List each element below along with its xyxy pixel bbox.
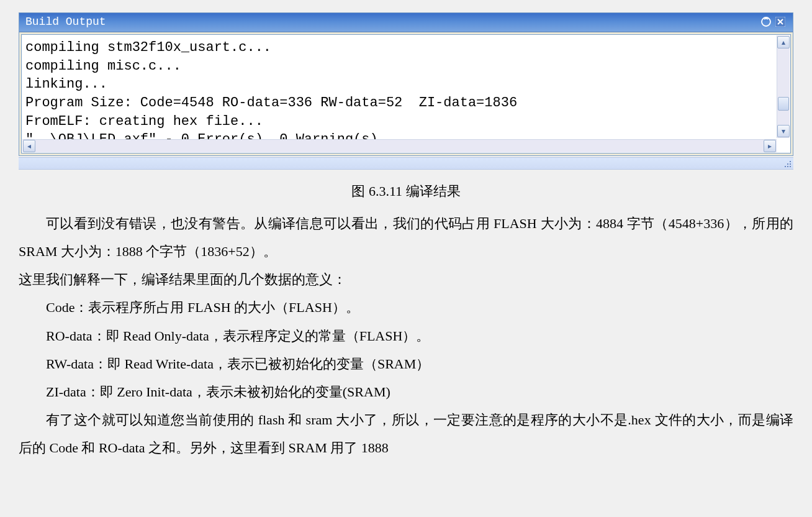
info-icon[interactable]	[760, 16, 772, 27]
status-strip	[19, 157, 793, 170]
figure-caption: 图 6.3.11 编译结果	[19, 182, 793, 201]
build-output-text: compiling stm32f10x_usart.c... compiling…	[25, 39, 787, 149]
build-output-body: compiling stm32f10x_usart.c... compiling…	[21, 34, 791, 153]
horizontal-scrollbar[interactable]: ◂ ▸	[22, 139, 777, 152]
resize-grip-icon[interactable]	[782, 160, 792, 168]
document-text: 可以看到没有错误，也没有警告。从编译信息可以看出，我们的代码占用 FLASH 大…	[19, 209, 793, 462]
definition-rw-data: RW-data：即 Read Write-data，表示已被初始化的变量（SRA…	[19, 350, 793, 378]
scroll-thumb[interactable]	[778, 97, 789, 111]
chevron-down-icon[interactable]: ▾	[777, 125, 790, 137]
paragraph-2: 这里我们解释一下，编译结果里面的几个数据的意义：	[19, 265, 793, 293]
vertical-scrollbar[interactable]: ▴ ▾	[777, 35, 790, 138]
chevron-left-icon[interactable]: ◂	[23, 140, 35, 152]
chevron-right-icon[interactable]: ▸	[764, 140, 776, 152]
paragraph-3: 有了这个就可以知道您当前使用的 flash 和 sram 大小了，所以，一定要注…	[19, 406, 793, 462]
definition-ro-data: RO-data：即 Read Only-data，表示程序定义的常量（FLASH…	[19, 322, 793, 350]
definition-zi-data: ZI-data：即 Zero Init-data，表示未被初始化的变量(SRAM…	[19, 378, 793, 406]
close-icon[interactable]	[774, 16, 787, 27]
build-output-title: Build Output	[25, 16, 106, 28]
build-output-panel: Build Output compiling stm32f10x_usart.c…	[19, 12, 793, 156]
chevron-up-icon[interactable]: ▴	[777, 36, 790, 48]
definition-code: Code：表示程序所占用 FLASH 的大小（FLASH）。	[19, 293, 793, 321]
paragraph-1: 可以看到没有错误，也没有警告。从编译信息可以看出，我们的代码占用 FLASH 大…	[19, 209, 793, 265]
build-output-titlebar: Build Output	[19, 13, 793, 32]
